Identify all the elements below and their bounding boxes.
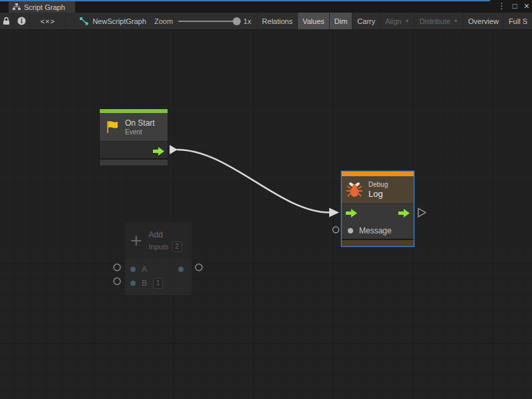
port-row-b: B 1 <box>125 276 192 290</box>
connections-overlay <box>0 30 532 399</box>
graph-asset-name: NewScriptGraph <box>92 17 146 25</box>
node-title: Add <box>149 230 182 239</box>
node-accent-strip <box>342 172 414 176</box>
zoom-value: 1x <box>243 17 255 25</box>
tab-script-graph[interactable]: Script Graph <box>9 1 75 13</box>
toggle-full-screen[interactable]: Full S <box>503 13 532 29</box>
zoom-slider-track[interactable] <box>178 21 237 22</box>
inputs-label: Inputs <box>149 243 169 251</box>
node-subtitle: Event <box>125 128 155 136</box>
exec-input-port[interactable] <box>346 209 357 217</box>
toggle-carry[interactable]: Carry <box>352 13 380 29</box>
port-b-value-field[interactable]: 1 <box>153 278 163 289</box>
wire-onstart-to-debuglog[interactable] <box>177 150 330 213</box>
message-port-row: Message <box>342 222 414 239</box>
exec-output-port[interactable] <box>398 209 410 217</box>
zoom-label: Zoom <box>154 17 173 25</box>
port-row-a: A <box>125 262 192 276</box>
wire-start-arrowhead[interactable] <box>170 145 178 154</box>
tab-title: Script Graph <box>24 3 65 11</box>
node-title-area: + Add Inputs 2 <box>125 223 192 259</box>
toggle-relations[interactable]: Relations <box>257 13 297 29</box>
lock-icon <box>3 17 10 25</box>
value-input-port[interactable] <box>130 281 136 286</box>
exec-output-connector[interactable] <box>418 209 426 217</box>
code-view-button[interactable]: <×> <box>30 13 66 29</box>
lock-button[interactable] <box>0 13 14 29</box>
node-title: On Start <box>125 118 155 128</box>
info-button[interactable] <box>14 13 31 29</box>
zoom-slider-knob[interactable] <box>233 17 241 25</box>
close-icon[interactable]: × <box>524 0 529 13</box>
wire-end-arrowhead[interactable] <box>329 208 339 217</box>
graph-canvas[interactable]: On Start Event + Add Inputs 2 <box>0 30 532 399</box>
add-icon: + <box>130 231 142 251</box>
value-output-port[interactable] <box>178 267 184 272</box>
zoom-control: Zoom 1x <box>154 13 255 29</box>
script-graph-window: Script Graph ⋮ □ × <×> <box>0 0 532 399</box>
value-input-port[interactable] <box>130 267 136 272</box>
script-graph-asset-icon <box>80 17 88 25</box>
chevron-down-icon: ▼ <box>454 19 458 23</box>
node-category: Debug <box>368 181 388 188</box>
graph-toolbar: <×> NewScriptGraph Zoom 1x Relations Val… <box>0 13 532 30</box>
node-body: Message <box>342 203 414 239</box>
node-footer <box>342 240 414 246</box>
maximize-icon[interactable]: □ <box>513 0 517 13</box>
code-icon: <×> <box>41 17 55 25</box>
align-dropdown[interactable]: Align ▼ <box>380 13 414 29</box>
exec-output-port[interactable] <box>153 147 164 156</box>
value-input-port[interactable] <box>348 228 353 233</box>
add-output-connector[interactable] <box>196 264 202 271</box>
window-controls: ⋮ □ × <box>498 0 529 13</box>
exec-port-row <box>342 204 414 222</box>
tab-bar: Script Graph ⋮ □ × <box>0 0 532 13</box>
port-label: Message <box>359 226 392 235</box>
info-icon <box>17 17 26 25</box>
node-port-row <box>100 141 168 160</box>
message-input-connector[interactable] <box>333 227 339 233</box>
node-title: Log <box>368 189 388 199</box>
graph-hierarchy-icon <box>13 3 21 11</box>
node-debug-log[interactable]: Debug Log Message <box>341 171 414 247</box>
node-title-area: On Start Event <box>100 113 168 141</box>
node-title-area: Debug Log <box>342 176 414 203</box>
graph-asset-selector[interactable]: NewScriptGraph <box>80 13 149 29</box>
add-input-a-connector[interactable] <box>114 264 120 271</box>
bug-icon <box>346 182 363 198</box>
toggle-values[interactable]: Values <box>297 13 329 29</box>
node-add[interactable]: + Add Inputs 2 A B 1 <box>125 223 192 295</box>
toolbar-toggle-group: Relations Values Dim Carry Align ▼ Distr… <box>257 13 532 29</box>
node-footer <box>100 160 168 166</box>
node-on-start[interactable]: On Start Event <box>99 108 168 166</box>
distribute-dropdown[interactable]: Distribute ▼ <box>414 13 463 29</box>
chevron-down-icon: ▼ <box>405 19 410 23</box>
inputs-count-field[interactable]: 2 <box>172 241 182 252</box>
zoom-slider[interactable] <box>178 13 241 30</box>
flag-icon <box>105 120 120 134</box>
toggle-dim[interactable]: Dim <box>329 13 352 29</box>
more-menu-icon[interactable]: ⋮ <box>498 0 506 13</box>
add-input-b-connector[interactable] <box>114 278 120 285</box>
node-port-rows: A B 1 <box>125 259 192 295</box>
toggle-overview[interactable]: Overview <box>463 13 503 29</box>
